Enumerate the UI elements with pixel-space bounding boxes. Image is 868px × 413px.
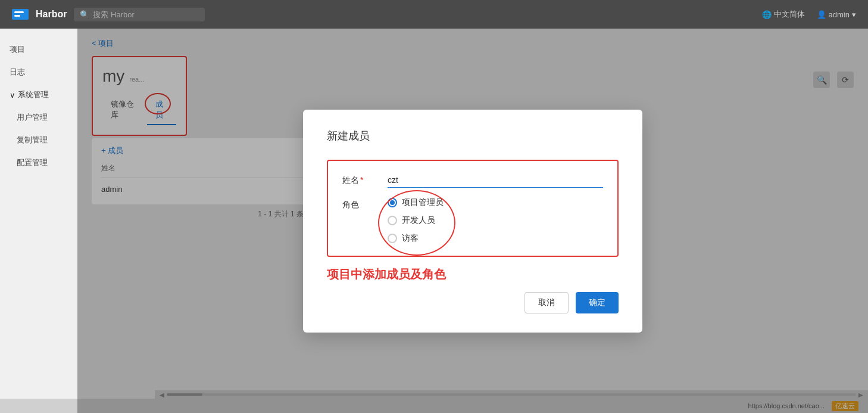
- required-star: *: [360, 175, 363, 185]
- radio-visitor[interactable]: [388, 234, 397, 243]
- cancel-button[interactable]: 取消: [524, 292, 569, 313]
- user-icon: 👤: [817, 10, 826, 19]
- user-label: admin: [829, 10, 850, 19]
- user-button[interactable]: 👤 admin ▾: [817, 10, 856, 19]
- content-area: < 项目 my rea... 镜像仓库 成员: [77, 29, 868, 413]
- sidebar-item-user-mgmt[interactable]: 用户管理: [0, 106, 77, 129]
- nav-left: Harbor 🔍: [12, 8, 205, 21]
- sidebar-item-replication-mgmt[interactable]: 复制管理: [0, 129, 77, 151]
- modal-form-area: 姓名* 角色 项目管理员: [327, 160, 619, 257]
- top-navigation: Harbor 🔍 🌐 中文简体 👤 admin ▾: [0, 0, 868, 29]
- form-row-name: 姓名*: [342, 173, 603, 188]
- name-label: 姓名*: [342, 173, 378, 186]
- modal-overlay: 新建成员 姓名* 角色: [77, 29, 868, 413]
- role-option-visitor[interactable]: 访客: [388, 233, 603, 244]
- role-option-project-admin[interactable]: 项目管理员: [388, 197, 603, 208]
- sidebar-item-project[interactable]: 项目: [0, 38, 77, 61]
- language-button[interactable]: 🌐 中文简体: [762, 9, 805, 20]
- radio-project-admin[interactable]: [388, 198, 397, 207]
- modal-dialog: 新建成员 姓名* 角色: [303, 110, 642, 333]
- search-input[interactable]: [93, 10, 199, 19]
- confirm-button[interactable]: 确定: [576, 292, 619, 313]
- sidebar-item-system-mgmt[interactable]: ∨ 系统管理: [0, 83, 77, 106]
- sidebar-item-config-mgmt[interactable]: 配置管理: [0, 151, 77, 174]
- chevron-icon: ∨: [10, 91, 15, 100]
- form-row-role: 角色 项目管理员 开发人员: [342, 197, 603, 244]
- search-box[interactable]: 🔍: [74, 8, 205, 21]
- globe-icon: 🌐: [762, 10, 772, 19]
- radio-developer[interactable]: [388, 216, 397, 225]
- modal-buttons: 取消 确定: [327, 292, 619, 313]
- app-title: Harbor: [36, 9, 67, 20]
- role-option-developer[interactable]: 开发人员: [388, 215, 603, 226]
- modal-title: 新建成员: [327, 129, 619, 143]
- name-input[interactable]: [388, 173, 603, 188]
- role-label: 角色: [342, 197, 378, 210]
- chevron-down-icon: ▾: [852, 10, 856, 19]
- nav-right: 🌐 中文简体 👤 admin ▾: [762, 9, 856, 20]
- sidebar: 项目 日志 ∨ 系统管理 用户管理 复制管理 配置管理: [0, 29, 77, 413]
- vm-logo-icon: [12, 9, 29, 20]
- main-layout: 项目 日志 ∨ 系统管理 用户管理 复制管理 配置管理 < 项目 my: [0, 29, 868, 413]
- search-icon: 🔍: [80, 10, 89, 19]
- lang-label: 中文简体: [774, 9, 805, 20]
- role-radio-group: 项目管理员 开发人员 访客: [388, 197, 603, 244]
- sidebar-item-log[interactable]: 日志: [0, 61, 77, 83]
- annotation-text: 项目中添加成员及角色: [327, 266, 619, 282]
